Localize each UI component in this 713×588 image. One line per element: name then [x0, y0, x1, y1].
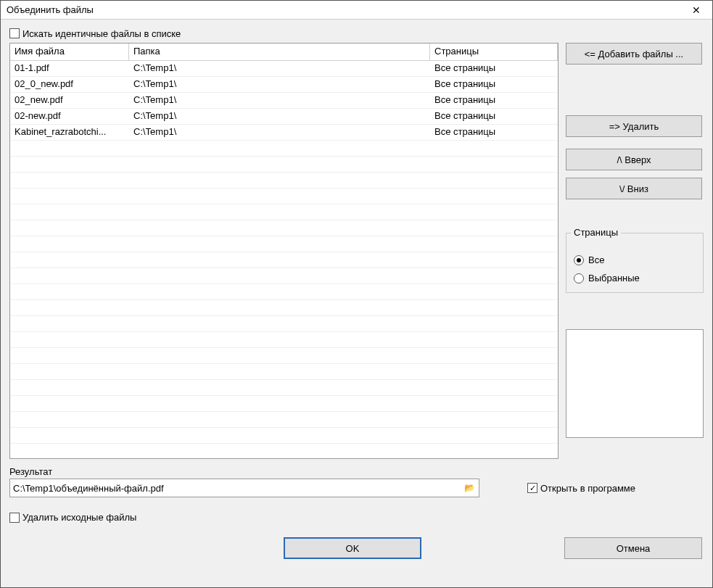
table-row [10, 173, 558, 189]
cell-folder [129, 332, 430, 347]
cell-pages [430, 428, 558, 443]
browse-icon[interactable]: 📂 [463, 481, 476, 494]
cell-pages [430, 252, 558, 268]
result-path-input[interactable]: C:\Temp1\объединённый-файл.pdf 📂 [9, 479, 479, 497]
delete-source-checkbox[interactable] [9, 513, 20, 523]
cell-folder [129, 141, 430, 156]
table-row [10, 268, 558, 284]
preview-box [566, 329, 704, 438]
table-row[interactable]: 02_0_new.pdfC:\Temp1\Все страницы [10, 77, 558, 93]
delete-source-row: Удалить исходные файлы [9, 512, 704, 523]
cell-pages [430, 316, 558, 331]
cell-filename [10, 204, 129, 220]
table-row[interactable]: 02_new.pdfC:\Temp1\Все страницы [10, 93, 558, 109]
delete-button[interactable]: => Удалить [566, 115, 702, 137]
cell-folder [129, 284, 430, 299]
header-folder[interactable]: Папка [129, 44, 430, 60]
cell-filename [10, 332, 129, 347]
file-table[interactable]: Имя файла Папка Страницы 01-1.pdfC:\Temp… [9, 43, 559, 459]
cell-pages [430, 189, 558, 204]
cell-folder [129, 173, 430, 188]
cell-pages [430, 332, 558, 347]
table-row [10, 157, 558, 173]
table-row [10, 348, 558, 364]
cell-pages: Все страницы [430, 125, 558, 140]
up-button[interactable]: /\ Вверх [566, 149, 702, 170]
result-row: C:\Temp1\объединённый-файл.pdf 📂 Открыть… [9, 479, 704, 497]
cell-folder [129, 396, 430, 411]
cell-folder [129, 300, 430, 315]
dialog-content: Искать идентичные файлы в списке Имя фай… [1, 20, 712, 587]
cell-pages [430, 220, 558, 236]
cell-filename [10, 428, 129, 443]
cell-folder [129, 412, 430, 427]
add-files-button[interactable]: <= Добавить файлы ... [566, 43, 702, 65]
cell-folder [129, 428, 430, 443]
cell-pages: Все страницы [430, 61, 558, 76]
cell-folder: C:\Temp1\ [129, 109, 430, 124]
cell-filename [10, 284, 129, 299]
close-icon: ✕ [692, 4, 701, 16]
cell-folder [129, 157, 430, 172]
cell-filename [10, 268, 129, 283]
result-label: Результат [9, 466, 704, 477]
cell-folder: C:\Temp1\ [129, 77, 430, 92]
cell-folder [129, 204, 430, 220]
cell-filename [10, 220, 129, 236]
window-title: Объединить файлы [7, 4, 94, 15]
open-in-program-checkbox[interactable] [527, 483, 537, 493]
table-row [10, 428, 558, 444]
cell-folder [129, 189, 430, 204]
cancel-button[interactable]: Отмена [564, 537, 702, 559]
side-panel: <= Добавить файлы ... => Удалить /\ Ввер… [566, 43, 704, 459]
cell-folder [129, 236, 430, 252]
table-header: Имя файла Папка Страницы [10, 44, 558, 61]
cell-pages [430, 141, 558, 156]
table-row [10, 189, 558, 204]
close-button[interactable]: ✕ [680, 1, 712, 20]
table-row [10, 220, 558, 236]
delete-source-label: Удалить исходные файлы [22, 512, 136, 523]
cell-pages [430, 364, 558, 379]
cell-folder [129, 252, 430, 268]
table-row [10, 412, 558, 428]
cell-folder [129, 364, 430, 379]
main-row: Имя файла Папка Страницы 01-1.pdfC:\Temp… [9, 43, 704, 459]
table-row[interactable]: 02-new.pdfC:\Temp1\Все страницы [10, 109, 558, 125]
cell-filename: 02_0_new.pdf [10, 77, 129, 92]
ok-button[interactable]: OK [284, 537, 421, 559]
table-row[interactable]: Kabinet_razrabotchi...C:\Temp1\Все стран… [10, 125, 558, 141]
table-row [10, 204, 558, 220]
cell-filename [10, 173, 129, 188]
cell-pages [430, 300, 558, 315]
radio-selected-label: Выбранные [588, 273, 640, 283]
cell-filename: 01-1.pdf [10, 61, 129, 76]
cell-pages [430, 412, 558, 427]
titlebar: Объединить файлы ✕ [1, 1, 712, 20]
cell-folder [129, 316, 430, 331]
cell-folder [129, 220, 430, 236]
cell-folder: C:\Temp1\ [129, 93, 430, 108]
radio-selected[interactable] [574, 273, 584, 283]
search-identical-row: Искать идентичные файлы в списке [9, 27, 704, 40]
cell-filename [10, 412, 129, 427]
table-row [10, 300, 558, 316]
header-pages[interactable]: Страницы [430, 44, 558, 60]
search-identical-checkbox[interactable] [9, 28, 20, 38]
cell-filename [10, 252, 129, 268]
radio-all[interactable] [574, 255, 584, 265]
search-identical-label: Искать идентичные файлы в списке [22, 28, 181, 39]
table-body: 01-1.pdfC:\Temp1\Все страницы02_0_new.pd… [10, 61, 558, 444]
table-row [10, 396, 558, 412]
cell-pages [430, 236, 558, 252]
cell-folder: C:\Temp1\ [129, 61, 430, 76]
down-button[interactable]: \/ Вниз [566, 178, 702, 199]
table-row [10, 284, 558, 300]
radio-all-label: Все [588, 254, 604, 265]
result-path-text: C:\Temp1\объединённый-файл.pdf [13, 483, 463, 494]
cell-pages [430, 204, 558, 220]
cell-folder [129, 380, 430, 395]
result-section: Результат C:\Temp1\объединённый-файл.pdf… [9, 466, 704, 497]
header-filename[interactable]: Имя файла [10, 44, 129, 60]
table-row[interactable]: 01-1.pdfC:\Temp1\Все страницы [10, 61, 558, 77]
